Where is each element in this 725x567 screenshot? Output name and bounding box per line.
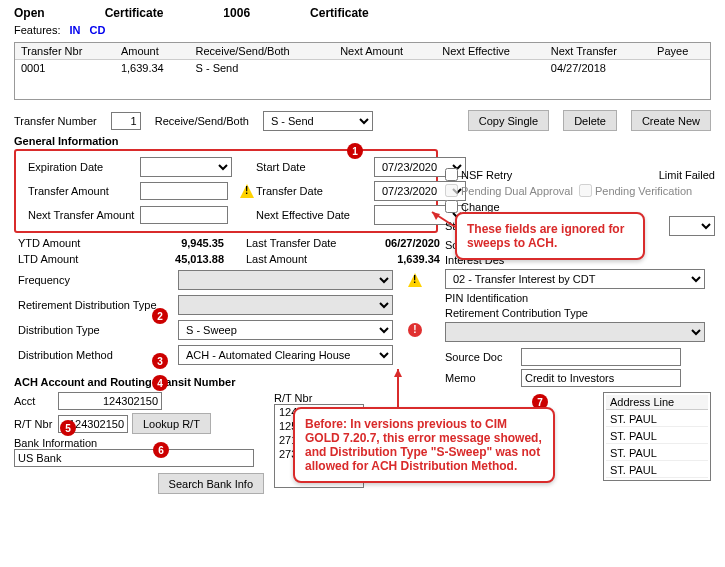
pin-identification-label: PIN Identification: [445, 292, 528, 304]
retirement-dist-type-select[interactable]: [178, 295, 393, 315]
ytd-label: YTD Amount: [18, 237, 146, 249]
table-row[interactable]: ST. PAUL: [606, 463, 708, 478]
table-row[interactable]: ST. PAUL: [606, 429, 708, 444]
cell-ne: [436, 60, 545, 77]
badge-4: 4: [152, 375, 168, 391]
distribution-type-label: Distribution Type: [18, 324, 178, 336]
badge-5: 5: [60, 420, 76, 436]
cell-nt: 04/27/2018: [545, 60, 651, 77]
copy-single-button[interactable]: Copy Single: [468, 110, 549, 131]
features-label: Features:: [14, 24, 60, 36]
frequency-label: Frequency: [18, 274, 178, 286]
col-rsb[interactable]: Receive/Send/Both: [190, 43, 335, 60]
badge-2: 2: [152, 308, 168, 324]
badge-3: 3: [152, 353, 168, 369]
transfer-date-label: Transfer Date: [256, 185, 374, 197]
cell-nbr: 0001: [15, 60, 115, 77]
feature-in[interactable]: IN: [70, 24, 81, 36]
transfer-number-label: Transfer Number: [14, 115, 97, 127]
address-table[interactable]: Address Line ST. PAUL ST. PAUL ST. PAUL …: [603, 392, 711, 481]
address-header[interactable]: Address Line: [606, 395, 708, 410]
search-bank-info-button[interactable]: Search Bank Info: [158, 473, 264, 494]
next-transfer-amount-label: Next Transfer Amount: [28, 209, 140, 221]
lookup-rt-button[interactable]: Lookup R/T: [132, 413, 211, 434]
feature-cd[interactable]: CD: [90, 24, 106, 36]
last-transfer-date-value: 06/27/2020: [364, 237, 444, 249]
next-effective-date-label: Next Effective Date: [256, 209, 374, 221]
frequency-select[interactable]: [178, 270, 393, 290]
distribution-type-select[interactable]: S - Sweep: [178, 320, 393, 340]
interest-description-select[interactable]: 02 - Transfer Interest by CDT: [445, 269, 705, 289]
bank-info-label: Bank Information: [14, 437, 264, 449]
badge-6: 6: [153, 442, 169, 458]
memo-input[interactable]: [521, 369, 681, 387]
table-row[interactable]: 0001 1,639.34 S - Send 04/27/2018: [15, 60, 710, 77]
callout-ignored-fields: These fields are ignored for sweeps to A…: [455, 212, 645, 260]
transfer-amount-label: Transfer Amount: [28, 185, 140, 197]
delete-button[interactable]: Delete: [563, 110, 617, 131]
warning-icon: [240, 184, 254, 198]
error-icon: !: [408, 323, 422, 337]
cell-na: [334, 60, 436, 77]
bank-info-input[interactable]: [14, 449, 254, 467]
start-date-label: Start Date: [256, 161, 374, 173]
callout-before-note: Before: In versions previous to CIM GOLD…: [293, 407, 555, 483]
transfer-number-input[interactable]: [111, 112, 141, 130]
create-new-button[interactable]: Create New: [631, 110, 711, 131]
rt-list-label: R/T Nbr: [274, 392, 364, 404]
source-doc-input[interactable]: [521, 348, 681, 366]
col-next-amount[interactable]: Next Amount: [334, 43, 436, 60]
col-transfer-nbr[interactable]: Transfer Nbr: [15, 43, 115, 60]
pending-verification-checkbox[interactable]: Pending Verification: [579, 184, 692, 197]
nsf-retry-checkbox[interactable]: NSF Retry: [445, 168, 512, 181]
source-doc-label: Source Doc: [445, 351, 515, 363]
expiration-date-select[interactable]: [140, 157, 232, 177]
type-label-2: Certificate: [310, 6, 369, 20]
retirement-contrib-type-select[interactable]: [445, 322, 705, 342]
cell-payee: [651, 60, 710, 77]
warning-icon: [408, 273, 422, 287]
acct-input[interactable]: [58, 392, 162, 410]
standard-select[interactable]: [669, 216, 715, 236]
distribution-method-select[interactable]: ACH - Automated Clearing House: [178, 345, 393, 365]
rt-label: R/T Nbr: [14, 418, 54, 430]
window-title-row: Open Certificate 1006 Certificate: [6, 4, 719, 22]
general-info-heading: General Information: [6, 133, 719, 147]
rsb-select[interactable]: S - Send: [263, 111, 373, 131]
ytd-value: 9,945.35: [146, 237, 228, 249]
table-row[interactable]: ST. PAUL: [606, 412, 708, 427]
expiration-date-label: Expiration Date: [28, 161, 140, 173]
col-amount[interactable]: Amount: [115, 43, 190, 60]
last-amount-label: Last Amount: [246, 253, 364, 265]
ltd-label: LTD Amount: [18, 253, 146, 265]
badge-1: 1: [347, 143, 363, 159]
cert-number: 1006: [223, 6, 250, 20]
pending-dual-approval-checkbox[interactable]: Pending Dual Approval: [445, 184, 573, 197]
transfers-grid[interactable]: Transfer Nbr Amount Receive/Send/Both Ne…: [14, 42, 711, 100]
retirement-contrib-type-label: Retirement Contribution Type: [445, 307, 588, 319]
callout-text: Before: In versions previous to CIM GOLD…: [305, 417, 542, 473]
status-label: Open: [14, 6, 45, 20]
cell-rsb: S - Send: [190, 60, 335, 77]
table-row[interactable]: ST. PAUL: [606, 446, 708, 461]
features-row: Features: IN CD: [6, 22, 719, 42]
limit-failed-label: Limit Failed: [659, 169, 715, 181]
acct-label: Acct: [14, 395, 54, 407]
callout-text: These fields are ignored for sweeps to A…: [467, 222, 624, 250]
col-next-effective[interactable]: Next Effective: [436, 43, 545, 60]
cell-amt: 1,639.34: [115, 60, 190, 77]
col-next-transfer[interactable]: Next Transfer: [545, 43, 651, 60]
last-amount-value: 1,639.34: [364, 253, 444, 265]
col-payee[interactable]: Payee: [651, 43, 710, 60]
last-transfer-date-label: Last Transfer Date: [246, 237, 364, 249]
highlighted-fields-box: Expiration Date Start Date 07/23/2020 Tr…: [14, 149, 438, 233]
rsb-label: Receive/Send/Both: [155, 115, 249, 127]
transfer-amount-input[interactable]: [140, 182, 228, 200]
memo-label: Memo: [445, 372, 515, 384]
ltd-value: 45,013.88: [146, 253, 228, 265]
type-label-1: Certificate: [105, 6, 164, 20]
next-transfer-amount-input[interactable]: [140, 206, 228, 224]
